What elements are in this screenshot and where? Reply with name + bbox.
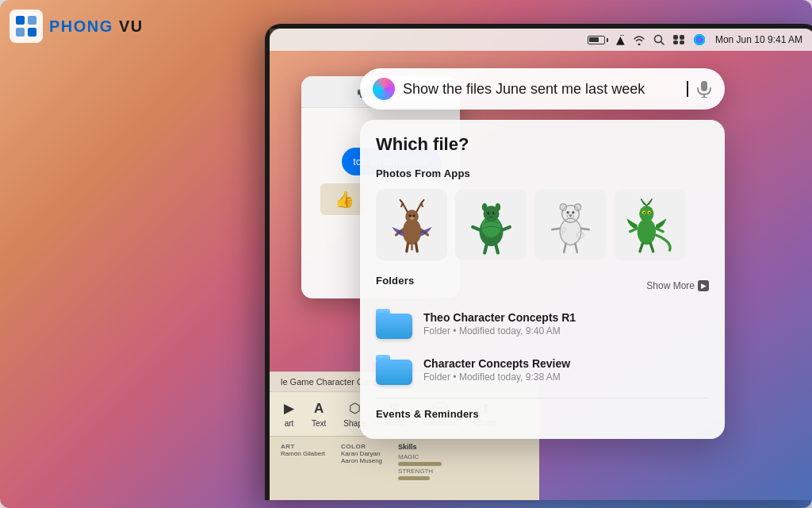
folder-info-1: Theo Character Concepts R1 Folder • Modi… — [423, 311, 576, 337]
svg-point-38 — [566, 211, 569, 214]
mac-screen: ▲̈ — [270, 29, 812, 500]
svg-point-29 — [494, 212, 495, 213]
svg-point-28 — [488, 212, 489, 213]
svg-rect-4 — [28, 28, 36, 37]
photo-thumb-3[interactable] — [534, 189, 606, 260]
svg-rect-7 — [673, 35, 678, 40]
photo-thumb-1[interactable] — [376, 189, 447, 260]
keynote-slide-preview: ART Ramón Gilabert COLOR Karan Daryan Aa… — [270, 437, 539, 500]
svg-rect-10 — [680, 40, 684, 44]
wifi-icon-svg — [633, 35, 645, 45]
svg-rect-13 — [701, 81, 707, 91]
folders-section-label: Folders — [376, 275, 414, 287]
photo-thumb-4[interactable] — [614, 189, 685, 260]
svg-rect-0 — [10, 10, 43, 43]
siri-search-bar[interactable]: Show the files June sent me last week — [360, 68, 725, 110]
events-section-label: Events & Reminders — [376, 408, 709, 420]
phongvu-logo: PHONG VU — [10, 10, 144, 43]
siri-menu-icon[interactable] — [693, 33, 706, 46]
photo-thumb-2[interactable] — [455, 189, 527, 260]
folders-section-header: Folders Show More ▶ — [376, 275, 709, 296]
svg-rect-8 — [680, 35, 684, 40]
svg-line-6 — [661, 42, 664, 45]
character-3-svg — [541, 195, 600, 255]
svg-point-43 — [637, 218, 655, 244]
character-2-svg — [462, 195, 521, 255]
character-1-svg — [382, 195, 442, 255]
svg-point-12 — [694, 34, 705, 45]
svg-point-19 — [412, 214, 415, 217]
svg-point-41 — [569, 214, 571, 217]
search-icon[interactable] — [653, 34, 665, 45]
logo-text: PHONG VU — [49, 17, 144, 36]
photos-section-label: Photos From Apps — [376, 167, 709, 179]
folder-item-2[interactable]: Character Concepts Review Folder • Modif… — [376, 352, 709, 388]
svg-rect-1 — [16, 16, 25, 25]
folder-item-1[interactable]: Theo Character Concepts R1 Folder • Modi… — [376, 306, 709, 342]
svg-point-39 — [572, 211, 574, 214]
svg-point-47 — [643, 212, 645, 214]
folder-icon-2 — [376, 355, 412, 385]
svg-point-18 — [408, 214, 411, 217]
siri-orb — [373, 78, 395, 100]
menu-bar: ▲̈ — [270, 29, 812, 51]
menu-bar-icons: ▲̈ — [588, 33, 706, 46]
svg-point-37 — [576, 205, 580, 209]
siri-cursor — [687, 81, 688, 97]
show-more-button[interactable]: Show More ▶ — [646, 280, 709, 291]
photos-grid — [376, 189, 709, 260]
menu-bar-time: Mon Jun 10 9:41 AM — [715, 34, 802, 45]
toolbar-btn-art[interactable]: ▶ art — [276, 397, 302, 431]
svg-rect-2 — [28, 16, 36, 25]
svg-point-48 — [649, 212, 650, 214]
svg-point-24 — [481, 203, 487, 211]
logo-icon — [10, 10, 43, 43]
battery-icon — [588, 36, 608, 44]
mac-device-frame: ▲̈ — [265, 24, 812, 500]
siri-query-text: Show the files June sent me last week — [403, 81, 677, 98]
toolbar-btn-text[interactable]: A Text — [304, 398, 334, 431]
results-panel: Which file? Photos From Apps — [360, 120, 725, 439]
section-divider — [376, 398, 709, 398]
wifi-icon: ▲̈ — [616, 33, 625, 46]
character-4-svg — [620, 195, 680, 255]
svg-point-44 — [639, 206, 653, 221]
svg-rect-3 — [16, 28, 25, 37]
show-more-arrow-icon: ▶ — [698, 280, 709, 291]
svg-point-25 — [495, 203, 500, 211]
folder-icon-1 — [376, 309, 412, 339]
control-center-icon[interactable] — [672, 34, 685, 45]
microphone-icon[interactable] — [696, 80, 712, 98]
svg-point-20 — [410, 217, 414, 219]
svg-point-36 — [561, 205, 565, 209]
which-file-title: Which file? — [376, 134, 709, 155]
folder-info-2: Character Concepts Review Folder • Modif… — [423, 357, 570, 383]
svg-rect-9 — [673, 40, 678, 44]
